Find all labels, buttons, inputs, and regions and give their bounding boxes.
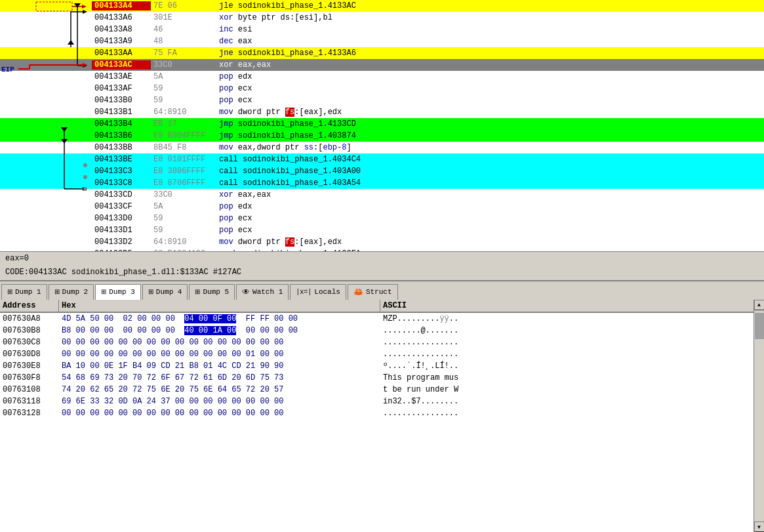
bytes-cell: 301E [151,13,216,22]
disasm-row[interactable]: 004133A9 48 dec eax [0,35,764,47]
disasm-row[interactable]: 004133D2 64:8910 mov dword ptr fs:[eax],… [0,236,764,248]
dump-addr: 007630D8 [0,350,59,359]
dump-ascii: t be run under W [380,385,754,394]
disasm-cell: inc esi [216,25,633,34]
dump-row[interactable]: 007630C8 00 00 00 00 00 00 00 00 00 00 0… [0,337,754,348]
disasm-cell: jle sodinokibi_phase_1.4133AC [216,1,633,10]
addr-cell: 004133B4 [92,119,151,129]
disasm-cell: xor eax,eax [216,60,633,70]
dump-row[interactable]: 007630E8 BA 10 00 0E 1F B4 09 CD 21 B8 0… [0,360,754,372]
tab-dump5[interactable]: ⊞ Dump 5 [189,284,235,300]
watch1-icon: 👁 [242,287,250,297]
disasm-cell: dec eax [216,37,633,46]
dump1-label: Dump 1 [15,288,41,296]
disasm-cell: call sodinokibi_phase_1.403A54 [216,178,633,188]
addr-cell: 004133AE [92,72,151,81]
dump-hex: 4D 5A 50 00 02 00 00 00 04 00 0F 00 FF F… [59,314,380,323]
disasm-cell: mov dword ptr fs:[eax],edx [216,108,633,117]
dump-row[interactable]: 007630B8 B8 00 00 00 00 00 00 00 40 00 1… [0,325,754,337]
scroll-down-btn[interactable]: ▼ [754,522,765,532]
tab-locals[interactable]: |x=| Locals [290,284,346,300]
bytes-cell: 5A [151,72,216,81]
disasm-row[interactable]: 004133A4 7E 06 jle sodinokibi_phase_1.41… [0,0,764,12]
addr-cell: 004133D2 [92,237,151,247]
bytes-cell: 48 [151,37,216,46]
dump5-label: Dump 5 [203,288,229,296]
addr-cell: 004133B6 [92,131,151,140]
dump-ascii: This program mus [380,373,754,382]
disasm-row[interactable]: 004133AA 75 FA jne sodinokibi_phase_1.41… [0,47,764,59]
disasm-row[interactable]: 004133D0 59 pop ecx [0,213,764,224]
dump-row[interactable]: 00763118 69 6E 33 32 0D 0A 24 37 00 00 0… [0,396,754,407]
bytes-cell: 59 [151,84,216,93]
tab-dump4[interactable]: ⊞ Dump 4 [142,284,188,300]
disasm-row[interactable]: 004133BE E8 0101FFFF call sodinokibi_pha… [0,153,764,165]
bytes-cell: 75 FA [151,49,216,58]
scroll-up-btn[interactable]: ▲ [754,300,765,310]
addr-cell: 004133D0 [92,214,151,223]
addr-cell: 004133D1 [92,226,151,235]
tab-struct[interactable]: 🦀 Struct [348,284,398,300]
dump-addr: 00763128 [0,409,59,418]
scroll-thumb[interactable] [755,313,764,339]
v-scrollbar[interactable]: ▲ ▼ [754,300,764,533]
tab-dump3[interactable]: ⊞ Dump 3 [95,284,141,300]
dump-row[interactable]: 007630D8 00 00 00 00 00 00 00 00 00 00 0… [0,348,754,360]
dump-row[interactable]: 00763108 74 20 62 65 20 72 75 6E 20 75 6… [0,384,754,396]
dump-row[interactable]: 007630F8 54 68 69 73 20 70 72 6F 67 72 6… [0,372,754,384]
bytes-cell: E8 8706FFFF [151,178,216,188]
struct-label: Struct [366,288,392,296]
tab-dump1[interactable]: ⊞ Dump 1 [1,284,47,300]
disasm-row[interactable]: 004133CF 5A pop edx [0,201,764,213]
disasm-row[interactable]: 004133D1 59 pop ecx [0,224,764,236]
bottom-panel: ⊞ Dump 1 ⊞ Dump 2 ⊞ Dump 3 ⊞ Dump 4 ⊞ Du… [0,280,764,533]
disasm-row[interactable]: 004133B1 64:8910 mov dword ptr fs:[eax],… [0,106,764,118]
disasm-row[interactable]: 004133B4 EB 17 jmp sodinokibi_phase_1.41… [0,118,764,130]
tab-watch1[interactable]: 👁 Watch 1 [236,284,289,300]
dump-addr: 007630C8 [0,338,59,347]
dump-ascii: ................ [380,350,754,359]
dump-addr: 007630F8 [0,373,59,382]
disasm-row[interactable]: 004133A6 301E xor byte ptr ds:[esi],bl [0,12,764,24]
disasm-cell: xor byte ptr ds:[esi],bl [216,13,633,22]
dump2-icon: ⊞ [54,288,60,296]
bytes-cell: 59 [151,214,216,223]
disasm-row[interactable]: 004133A8 46 inc esi [0,24,764,35]
disasm-row[interactable]: 004133C3 E8 3806FFFF call sodinokibi_pha… [0,165,764,177]
bytes-cell: EB 17 [151,119,216,129]
dump-hex: 00 00 00 00 00 00 00 00 00 00 00 00 00 0… [59,350,380,359]
locals-label: Locals [314,288,340,296]
tab-dump2[interactable]: ⊞ Dump 2 [49,284,94,300]
code-info-bar: CODE:004133AC sodinokibi_phase_1.dll:$13… [0,266,764,280]
dump-row[interactable]: 00763128 00 00 00 00 00 00 00 00 00 00 0… [0,407,754,419]
disasm-row[interactable]: 004133AE 5A pop edx [0,71,764,83]
dump1-icon: ⊞ [7,288,12,296]
dump-hex: BA 10 00 0E 1F B4 09 CD 21 B8 01 4C CD 2… [59,361,380,371]
dump-addr: 007630B8 [0,326,59,335]
disasm-row[interactable]: 004133BB 8B45 F8 mov eax,dword ptr ss:[e… [0,142,764,153]
disasm-cell: pop edx [216,202,633,211]
addr-cell: 004133AA [92,49,151,58]
disasm-row[interactable]: 004133AF 59 pop ecx [0,83,764,94]
disasm-row[interactable]: 004133B0 59 pop ecx [0,94,764,106]
disasm-row[interactable]: 004133B6 E9 B904FFFF jmp sodinokibi_phas… [0,130,764,142]
bytes-cell: 64:8910 [151,108,216,117]
addr-cell: 004133AC [92,60,151,70]
disasm-cell: pop ecx [216,96,633,105]
eax-status: eax=0 [5,254,29,263]
disasm-row[interactable]: 004133C8 E8 8706FFFF call sodinokibi_pha… [0,177,764,189]
disasm-cell: pop ecx [216,226,633,235]
disasm-cell: xor eax,eax [216,190,633,199]
scroll-track[interactable] [754,310,765,522]
dump-row[interactable]: 007630A8 4D 5A 50 00 02 00 00 00 04 00 0… [0,313,754,325]
dump-addr: 00763118 [0,397,59,406]
disasm-row[interactable]: 004133D5 68 EA334100 push sodinokibi_pha… [0,248,764,251]
bytes-cell: 8B45 F8 [151,143,216,152]
tabs-bar: ⊞ Dump 1 ⊞ Dump 2 ⊞ Dump 3 ⊞ Dump 4 ⊞ Du… [0,281,764,300]
bytes-cell: E8 0101FFFF [151,155,216,164]
dump-header-address: Address [0,300,59,312]
dump3-label: Dump 3 [109,288,135,296]
addr-cell: 004133C3 [92,167,151,176]
disasm-row[interactable]: 004133CD 33C0 xor eax,eax [0,189,764,201]
disasm-row-eip[interactable]: 004133AC 33C0 xor eax,eax [0,59,764,71]
